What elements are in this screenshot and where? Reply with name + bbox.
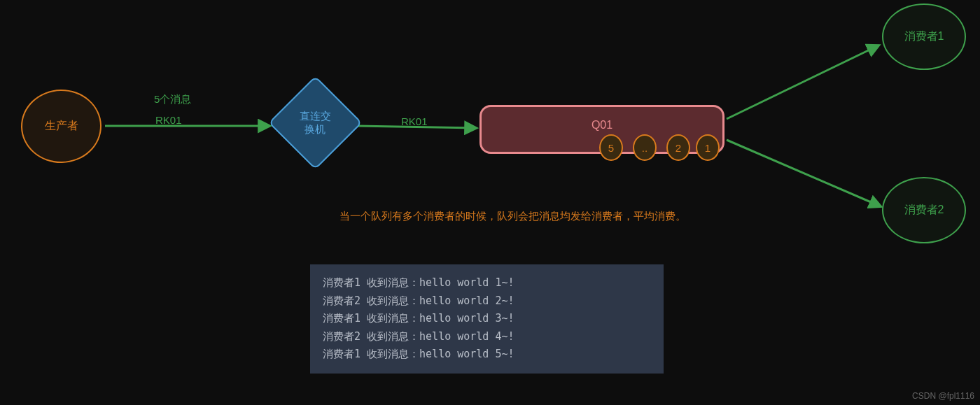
consumer1-node: 消费者1 xyxy=(882,3,966,70)
arrow-queue-consumer2 xyxy=(727,140,881,206)
consumer2-node: 消费者2 xyxy=(882,177,966,243)
routing-key-label-2: RK01 xyxy=(401,115,428,127)
producer-node: 生产者 xyxy=(20,89,102,164)
message-bubble: 5 xyxy=(599,134,623,161)
console-line: 消费者2 收到消息：hello world 4~! xyxy=(323,328,651,346)
message-count-label: 5个消息 xyxy=(154,93,191,106)
console-line: 消费者1 收到消息：hello world 1~! xyxy=(323,274,651,292)
routing-key-label-1: RK01 xyxy=(155,114,182,126)
consumer2-label: 消费者2 xyxy=(904,203,944,218)
message-bubble: .. xyxy=(633,134,657,161)
console-output: 消费者1 收到消息：hello world 1~! 消费者2 收到消息：hell… xyxy=(310,264,664,374)
exchange-label: 直连交 换机 xyxy=(300,109,331,136)
exchange-node: 直连交 换机 xyxy=(273,80,357,164)
message-bubble: 1 xyxy=(696,134,720,161)
queue-label: Q01 xyxy=(592,119,612,132)
explanation-note: 当一个队列有多个消费者的时候，队列会把消息均发给消费者，平均消费。 xyxy=(340,210,686,223)
watermark: CSDN @fpl1116 xyxy=(912,391,974,401)
consumer1-label: 消费者1 xyxy=(904,29,944,44)
console-line: 消费者2 收到消息：hello world 2~! xyxy=(323,292,651,311)
message-bubble: 2 xyxy=(666,134,690,161)
arrow-queue-consumer1 xyxy=(727,45,878,119)
producer-label: 生产者 xyxy=(44,119,78,134)
console-line: 消费者1 收到消息：hello world 3~! xyxy=(323,310,651,328)
console-line: 消费者1 收到消息：hello world 5~! xyxy=(323,346,651,364)
